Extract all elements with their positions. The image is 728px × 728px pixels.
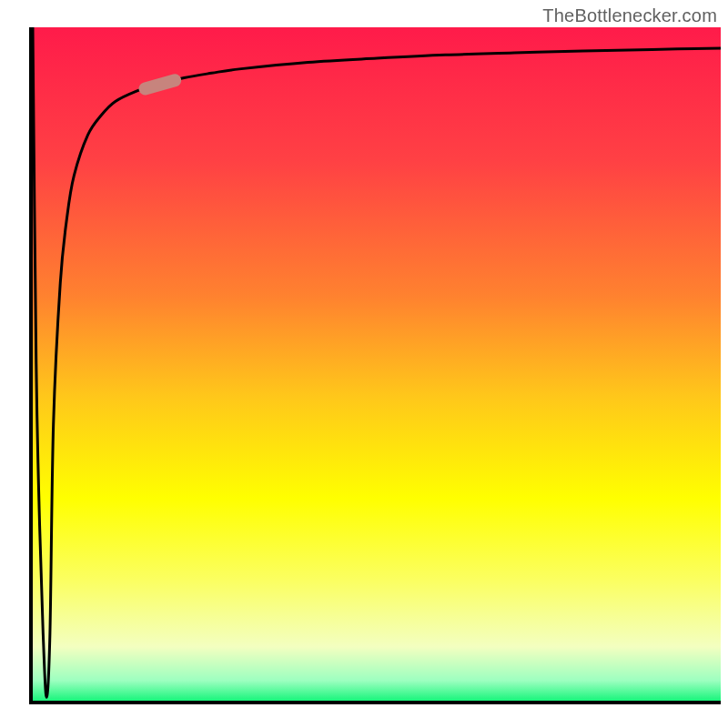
- bottleneck-chart: [0, 0, 728, 728]
- chart-container: TheBottlenecker.com: [0, 0, 728, 728]
- plot-background: [33, 27, 721, 701]
- svg-rect-1: [29, 27, 33, 704]
- svg-rect-2: [29, 701, 721, 704]
- attribution-label: TheBottlenecker.com: [542, 5, 717, 26]
